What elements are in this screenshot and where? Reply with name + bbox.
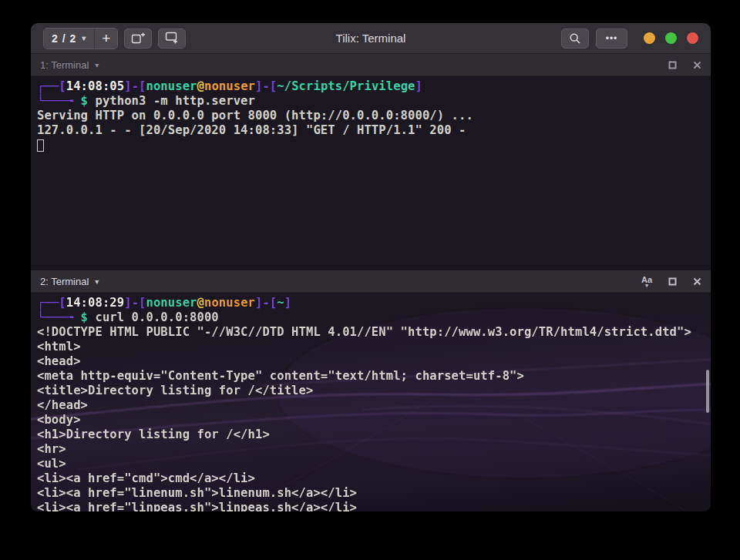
desktop: Tilix: Terminal 2 / 2 ▾ + [0, 0, 740, 560]
pane2-header: 2: Terminal ▾ Aa ▾ [31, 270, 711, 293]
terminal-text: <h1>Directory listing for /</h1> [37, 428, 270, 441]
terminal-line: <hr> [37, 442, 705, 457]
pane1-title-dropdown[interactable]: 1: Terminal ▾ [40, 59, 99, 71]
traffic-light-maximize[interactable] [665, 32, 677, 44]
terminal-line: <title>Directory listing for /</title> [37, 384, 705, 398]
new-session-button[interactable]: + [94, 29, 117, 49]
tilix-window: Tilix: Terminal 2 / 2 ▾ + [31, 23, 711, 511]
terminal-text: └───╼ [37, 94, 81, 108]
terminal-cursor [37, 139, 44, 152]
add-terminal-down-icon [165, 32, 180, 45]
profile-icon-label: Aa [641, 276, 652, 283]
session-counter: 2 / 2 [52, 32, 76, 45]
chevron-down-icon: ▾ [82, 34, 86, 42]
terminal-line [37, 138, 705, 153]
terminal-text: curl 0.0.0.0:8000 [88, 310, 219, 324]
chevron-down-icon: ▾ [95, 277, 99, 286]
search-icon [569, 32, 581, 45]
maximize-pane-icon[interactable] [668, 61, 677, 69]
terminal-line: <body> [37, 413, 705, 428]
traffic-light-minimize[interactable] [644, 32, 655, 44]
pane1-header-icons [668, 61, 701, 69]
terminal-text: nonuser [146, 296, 197, 310]
menu-button[interactable]: ••• [596, 29, 627, 49]
terminal-line: </head> [37, 398, 705, 413]
terminal-line: <h1>Directory listing for /</h1> [37, 428, 705, 442]
traffic-lights [644, 32, 698, 44]
terminal-line: <ul> [37, 457, 705, 471]
terminal-text: <li><a href="linenum.sh">linenum.sh</a><… [37, 486, 357, 500]
terminal-text: <li><a href="linpeas.sh">linpeas.sh</a><… [37, 501, 357, 511]
add-terminal-right-button[interactable] [124, 29, 152, 49]
terminal-text: <head> [37, 354, 81, 368]
terminal-line: <li><a href="cmd">cmd</a></li> [37, 471, 705, 486]
terminal-text: └───╼ [37, 310, 81, 324]
terminal-text: @ [197, 296, 204, 310]
terminal-text: <body> [37, 413, 81, 427]
terminal-line: <!DOCTYPE HTML PUBLIC "-//W3C//DTD HTML … [37, 325, 705, 340]
close-pane-icon[interactable] [693, 61, 701, 69]
terminal-text: <html> [37, 340, 81, 354]
terminal-text: $ [81, 310, 88, 324]
pane1-header: 1: Terminal ▾ [31, 54, 711, 76]
pane2-title-dropdown[interactable]: 2: Terminal ▾ [40, 276, 99, 287]
terminal-2-content: ┌──[14:08:29]-[nonuser@nonuser]-[~]└───╼… [31, 293, 711, 511]
add-terminal-down-button[interactable] [158, 29, 186, 49]
terminal-text: 14:08:29 [66, 296, 124, 310]
profile-switcher-icon[interactable]: Aa ▾ [641, 276, 652, 287]
chevron-down-icon: ▾ [95, 61, 99, 69]
terminal-text: ]-[ [255, 79, 277, 93]
add-terminal-right-icon [131, 32, 146, 45]
titlebar-left-controls: 2 / 2 ▾ + [43, 28, 186, 49]
terminal-text: <!DOCTYPE HTML PUBLIC "-//W3C//DTD HTML … [37, 325, 691, 339]
terminal-line: <meta http-equiv="Content-Type" content=… [37, 369, 705, 384]
terminal-line: <li><a href="linpeas.sh">linpeas.sh</a><… [37, 501, 705, 511]
terminal-text: ] [415, 79, 422, 93]
scrollbar-thumb[interactable] [706, 370, 709, 413]
terminal-line: <head> [37, 354, 705, 369]
terminal-line: 127.0.0.1 - - [20/Sep/2020 14:08:33] "GE… [37, 123, 705, 138]
terminal-line: └───╼ $ python3 -m http.server [37, 94, 705, 109]
traffic-light-close[interactable] [687, 32, 698, 44]
session-button-group: 2 / 2 ▾ + [43, 28, 118, 49]
terminal-text: <hr> [37, 442, 66, 456]
pane2-header-icons: Aa ▾ [641, 276, 701, 287]
maximize-pane-icon[interactable] [668, 277, 677, 286]
terminal-text: nonuser [204, 79, 255, 93]
terminal-line: Serving HTTP on 0.0.0.0 port 8000 (http:… [37, 109, 705, 123]
terminal-text: ~ [277, 296, 284, 310]
pane2-title: 2: Terminal [40, 276, 89, 287]
terminal-text: ]-[ [124, 79, 146, 93]
terminal-text: <ul> [37, 457, 66, 471]
terminal-2[interactable]: ┌──[14:08:29]-[nonuser@nonuser]-[~]└───╼… [31, 293, 711, 511]
terminal-line: ┌──[14:08:29]-[nonuser@nonuser]-[~] [37, 296, 705, 310]
search-button[interactable] [561, 29, 589, 49]
terminal-text: ] [284, 296, 291, 310]
terminal-text: nonuser [204, 296, 255, 310]
titlebar: Tilix: Terminal 2 / 2 ▾ + [31, 23, 711, 54]
terminal-1-content: ┌──[14:08:05]-[nonuser@nonuser]-[~/Scrip… [31, 76, 711, 153]
terminal-text: Serving HTTP on 0.0.0.0 port 8000 (http:… [37, 109, 473, 122]
terminal-text: <li><a href="cmd">cmd</a></li> [37, 471, 255, 485]
terminal-text: <meta http-equiv="Content-Type" content=… [37, 369, 524, 383]
terminal-text: ┌──[ [37, 79, 66, 93]
terminal-text: python3 -m http.server [88, 94, 255, 108]
terminal-line: ┌──[14:08:05]-[nonuser@nonuser]-[~/Scrip… [37, 79, 705, 94]
session-switcher-button[interactable]: 2 / 2 ▾ [44, 29, 94, 49]
terminal-text: ~/Scripts/Privilege [277, 79, 415, 93]
terminal-text: <title>Directory listing for /</title> [37, 384, 313, 397]
terminal-text: @ [197, 79, 204, 93]
chevron-down-icon: ▾ [645, 283, 648, 287]
terminal-text: </head> [37, 398, 88, 412]
terminal-1[interactable]: ┌──[14:08:05]-[nonuser@nonuser]-[~/Scrip… [31, 76, 711, 270]
terminal-text: ┌──[ [37, 296, 66, 310]
titlebar-right-controls: ••• [561, 29, 698, 49]
pane1-title: 1: Terminal [40, 59, 89, 71]
terminal-text: ]-[ [255, 296, 277, 310]
terminal-line: <li><a href="linenum.sh">linenum.sh</a><… [37, 486, 705, 501]
terminal-line: └───╼ $ curl 0.0.0.0:8000 [37, 310, 705, 325]
close-pane-icon[interactable] [693, 277, 701, 286]
terminal-text: $ [81, 94, 88, 108]
terminal-text: nonuser [146, 79, 197, 93]
terminal-line: <html> [37, 340, 705, 354]
